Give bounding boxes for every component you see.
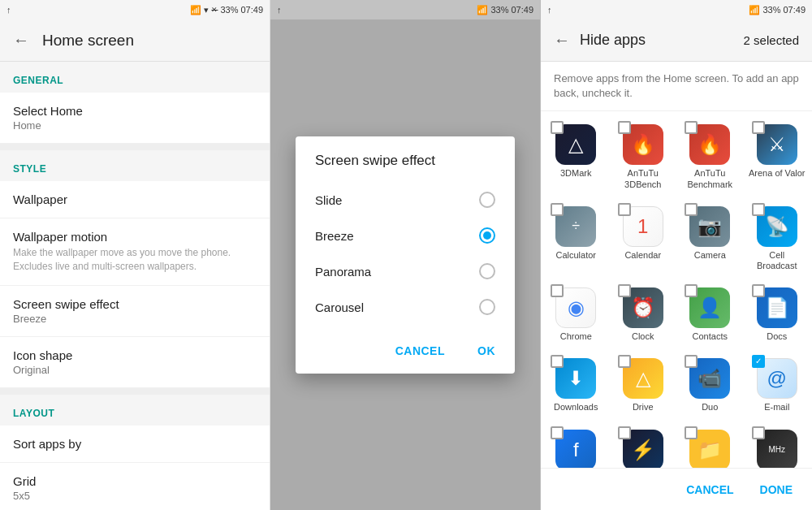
radio-slide[interactable] [479, 192, 495, 208]
app-name-label: AnTuTu 3DBench [615, 168, 672, 189]
hide-apps-panel: ↑ 📶 33% 07:49 ← Hide apps 2 selected Rem… [541, 0, 812, 510]
app-checkbox[interactable] [752, 121, 765, 134]
radio-panorama[interactable] [479, 263, 495, 279]
app-item-calendar[interactable]: 1Calendar [611, 200, 676, 278]
app-item-antutu-3dbench[interactable]: 🔥AnTuTu 3DBench [611, 118, 676, 196]
app-item-duo[interactable]: 📹Duo [678, 352, 742, 419]
app-name-label: Downloads [554, 402, 598, 413]
screen-swipe-subtitle: Breeze [13, 313, 257, 325]
app-item-calculator[interactable]: ÷Calculator [544, 200, 608, 278]
app-item-antutu-benchmark[interactable]: 🔥AnTuTu Benchmark [678, 118, 742, 196]
app-checkbox[interactable] [685, 284, 698, 297]
app-checkbox[interactable] [618, 284, 631, 297]
icon-shape-item[interactable]: Icon shape Original [0, 337, 270, 388]
sort-apps-item[interactable]: Sort apps by [0, 426, 270, 463]
dialog-options: Slide Breeze Panorama Carousel [296, 182, 515, 325]
app-checkbox[interactable] [752, 284, 765, 297]
app-name-label: E-mail [764, 402, 789, 413]
status-bar-panel1: ↑ 📶 ▾ ✕ 33% 07:49 [0, 0, 270, 19]
cancel-button[interactable]: CANCEL [680, 477, 740, 503]
back-button[interactable]: ← [13, 31, 29, 50]
screen-swipe-title: Screen swipe effect [13, 297, 257, 311]
option-breeze-label: Breeze [315, 229, 354, 243]
home-screen-title-bar: ← Home screen [0, 19, 270, 62]
battery-2: 33% [490, 5, 508, 15]
grid-item[interactable]: Grid 5x5 [0, 463, 270, 510]
app-checkbox[interactable] [752, 203, 765, 216]
app-item-e-mail[interactable]: @E-mail [745, 352, 810, 419]
app-checkbox[interactable] [551, 284, 564, 297]
dialog-cancel-button[interactable]: CANCEL [382, 338, 458, 364]
wallpaper-title: Wallpaper [13, 192, 257, 206]
radio-carousel[interactable] [479, 299, 495, 315]
app-checkbox[interactable] [618, 203, 631, 216]
status-right-3: 📶 33% 07:49 [749, 5, 806, 15]
sim-icon: 📶 [190, 5, 201, 15]
select-home-item[interactable]: Select Home Home [0, 93, 270, 144]
app-name-label: AnTuTu Benchmark [681, 168, 739, 189]
upload-icon: ↑ [6, 5, 11, 15]
app-checkbox[interactable] [752, 426, 765, 439]
app-item-fm-radio[interactable]: MHzFM Radio [745, 423, 810, 469]
app-checkbox[interactable] [618, 121, 631, 134]
app-item-chrome[interactable]: ◉Chrome [544, 281, 608, 348]
option-carousel-label: Carousel [315, 300, 364, 314]
wallpaper-motion-item[interactable]: Wallpaper motion Make the wallpaper move… [0, 218, 270, 286]
app-item-file-manager[interactable]: 📁File Manager [678, 423, 742, 469]
app-item-clock[interactable]: ⏰Clock [611, 281, 676, 348]
back-button-3[interactable]: ← [554, 31, 570, 50]
app-item-docs[interactable]: 📄Docs [745, 281, 810, 348]
option-breeze[interactable]: Breeze [302, 218, 508, 253]
option-panorama[interactable]: Panorama [302, 253, 508, 289]
titlebar-left: ← Hide apps [554, 31, 646, 50]
app-item-facebook[interactable]: fFacebook [544, 423, 608, 469]
app-name-label: 3DMark [560, 168, 592, 179]
screen-swipe-dialog: Screen swipe effect Slide Breeze Panoram… [296, 136, 515, 374]
dialog-title: Screen swipe effect [296, 153, 515, 182]
no-signal-icon: ✕ [211, 6, 218, 14]
app-checkbox[interactable] [685, 203, 698, 216]
home-screen-settings-panel: ↑ 📶 ▾ ✕ 33% 07:49 ← Home screen GENERAL … [0, 0, 270, 510]
app-checkbox[interactable] [685, 121, 698, 134]
app-checkbox[interactable] [551, 355, 564, 368]
app-item-3dmark[interactable]: △3DMark [544, 118, 608, 196]
done-button[interactable]: DONE [754, 477, 799, 503]
app-checkbox[interactable] [618, 355, 631, 368]
icon-shape-subtitle: Original [13, 364, 257, 376]
app-checkbox[interactable] [685, 355, 698, 368]
hide-apps-description: Remove apps from the Home screen. To add… [541, 62, 812, 111]
app-name-label: Cell Broadcast [749, 250, 806, 271]
wallpaper-motion-desc: Make the wallpaper move as you move the … [13, 246, 257, 274]
app-item-ff15-pe[interactable]: ⚡FF15 PE [611, 423, 676, 469]
app-checkbox[interactable] [551, 121, 564, 134]
app-name-label: Docs [767, 331, 787, 342]
app-item-downloads[interactable]: ⬇Downloads [544, 352, 608, 419]
sim-icon-3: 📶 [749, 5, 760, 15]
app-checkbox[interactable] [551, 203, 564, 216]
app-item-contacts[interactable]: 👤Contacts [678, 281, 742, 348]
app-checkbox[interactable] [618, 426, 631, 439]
screen-swipe-item[interactable]: Screen swipe effect Breeze [0, 286, 270, 337]
app-checkbox[interactable] [551, 426, 564, 439]
upload-icon-3: ↑ [547, 5, 552, 15]
option-panorama-label: Panorama [315, 265, 371, 279]
dialog-panel: ↑ 📶 33% 07:49 Screen swipe effect Slide … [270, 0, 541, 510]
app-name-label: Clock [632, 331, 654, 342]
time-panel1: 07:49 [240, 5, 263, 15]
select-home-subtitle: Home [13, 119, 257, 132]
status-bar-panel3: ↑ 📶 33% 07:49 [541, 0, 812, 19]
app-item-arena-of-valor[interactable]: ⚔Arena of Valor [745, 118, 810, 196]
radio-breeze[interactable] [479, 227, 495, 244]
wallpaper-motion-title: Wallpaper motion [13, 230, 257, 244]
app-item-camera[interactable]: 📷Camera [678, 200, 742, 278]
app-item-cell-broadcast[interactable]: 📡Cell Broadcast [745, 200, 810, 278]
wallpaper-item[interactable]: Wallpaper [0, 181, 270, 218]
status-right-2: 📶 33% 07:49 [477, 5, 533, 15]
option-slide[interactable]: Slide [302, 182, 508, 218]
app-checkbox[interactable] [752, 355, 765, 368]
app-item-drive[interactable]: △Drive [611, 352, 676, 419]
option-carousel[interactable]: Carousel [302, 289, 508, 325]
app-checkbox[interactable] [685, 426, 698, 439]
dialog-ok-button[interactable]: OK [464, 338, 508, 364]
apps-grid: △3DMark🔥AnTuTu 3DBench🔥AnTuTu Benchmark⚔… [541, 111, 812, 468]
